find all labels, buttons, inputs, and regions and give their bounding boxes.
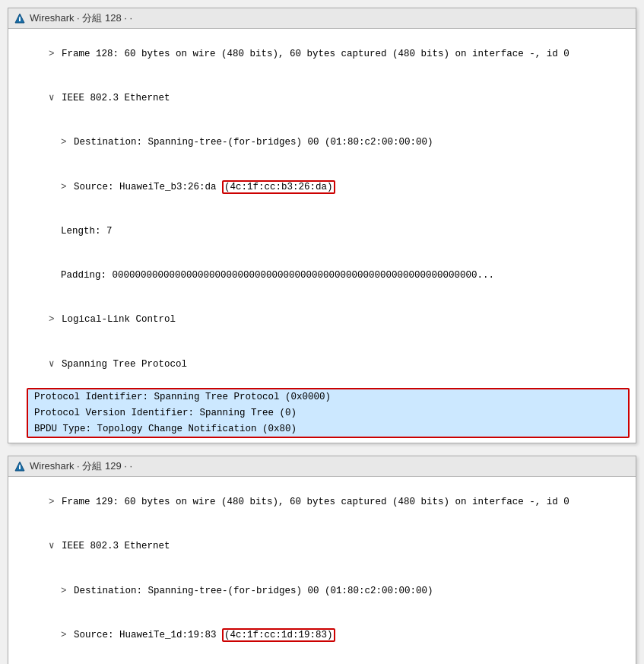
svg-rect-5: [19, 465, 21, 466]
ieee-line-2: ∨ IEEE 802.3 Ethernet: [8, 525, 636, 569]
svg-rect-4: [19, 466, 21, 469]
length-line-1: Length: 7: [8, 209, 636, 253]
stp-line-1: ∨ Spanning Tree Protocol: [8, 342, 636, 386]
expand-arrow-frame2[interactable]: >: [49, 497, 60, 507]
stp-highlight-block-1: Protocol Identifier: Spanning Tree Proto…: [27, 388, 630, 438]
expand-arrow-ieee2[interactable]: ∨: [49, 541, 60, 551]
destination-line-2: > Destination: Spanning-tree-(for-bridge…: [8, 569, 636, 613]
expand-arrow-dest2[interactable]: >: [61, 586, 72, 596]
proto-id-line-1: Protocol Identifier: Spanning Tree Proto…: [28, 389, 628, 405]
panel-1-title: Wireshark · 分組 128 · ·: [30, 11, 132, 25]
source-mac-box-2: (4c:1f:cc:1d:19:83): [222, 628, 335, 642]
expand-arrow-src1[interactable]: >: [61, 182, 72, 192]
frame-line-2: > Frame 129: 60 bytes on wire (480 bits)…: [8, 480, 636, 524]
expand-arrow-stp1[interactable]: ∨: [49, 359, 60, 370]
panel-title-bar-1: Wireshark · 分組 128 · ·: [8, 8, 636, 29]
wireshark-icon-1: [14, 13, 25, 24]
panel-2-title: Wireshark · 分組 129 · ·: [30, 459, 132, 473]
svg-rect-2: [19, 17, 21, 18]
padding-line-1: Padding: 0000000000000000000000000000000…: [8, 253, 636, 297]
source-mac-box-1: (4c:1f:cc:b3:26:da): [222, 180, 335, 194]
panel-1-content: > Frame 128: 60 bytes on wire (480 bits)…: [8, 29, 636, 443]
expand-arrow-llc1[interactable]: >: [49, 314, 60, 325]
panel-title-bar-2: Wireshark · 分組 129 · ·: [8, 456, 636, 477]
length-line-2: Length: 38: [8, 657, 636, 664]
destination-line-1: > Destination: Spanning-tree-(for-bridge…: [8, 121, 636, 165]
panel-2-content: > Frame 129: 60 bytes on wire (480 bits)…: [8, 477, 636, 664]
expand-arrow-ieee1[interactable]: ∨: [49, 93, 60, 103]
source-line-1: > Source: HuaweiTe_b3:26:da (4c:1f:cc:b3…: [8, 165, 636, 209]
wireshark-panel-1: Wireshark · 分組 128 · · > Frame 128: 60 b…: [8, 8, 636, 443]
expand-arrow-src2[interactable]: >: [61, 630, 72, 640]
frame-line-1: > Frame 128: 60 bytes on wire (480 bits)…: [8, 32, 636, 76]
proto-version-line-1: Protocol Version Identifier: Spanning Tr…: [28, 405, 628, 421]
wireshark-panel-2: Wireshark · 分組 129 · · > Frame 129: 60 b…: [8, 456, 636, 664]
bpdu-type-line-1: BPDU Type: Topology Change Notification …: [28, 421, 628, 437]
source-line-2: > Source: HuaweiTe_1d:19:83 (4c:1f:cc:1d…: [8, 613, 636, 657]
expand-arrow-frame1[interactable]: >: [49, 49, 60, 59]
llc-line-1: > Logical-Link Control: [8, 298, 636, 342]
ieee-line-1: ∨ IEEE 802.3 Ethernet: [8, 76, 636, 120]
expand-arrow-dest1[interactable]: >: [61, 137, 72, 148]
svg-rect-1: [19, 18, 21, 21]
wireshark-icon-2: [14, 461, 25, 472]
